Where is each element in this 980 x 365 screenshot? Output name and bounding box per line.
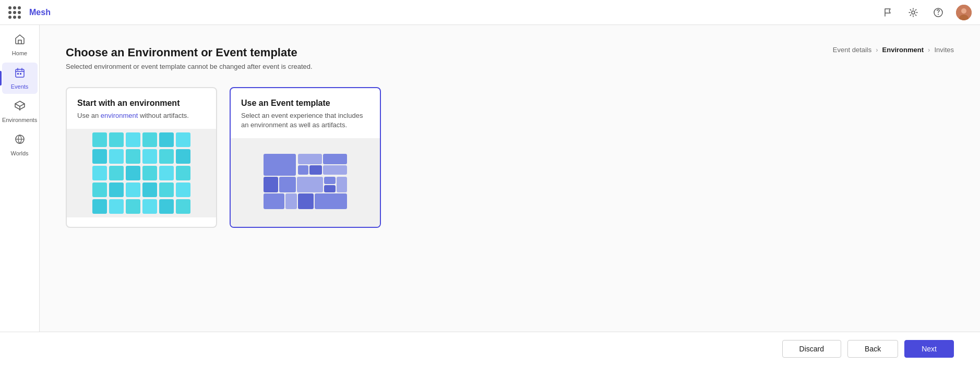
breadcrumb-environment: Environment — [882, 46, 924, 54]
app-title: Mesh — [29, 8, 51, 17]
environment-card-header: Start with an environment Use an environ… — [67, 88, 216, 129]
ev-block-9 — [297, 177, 323, 192]
event-template-card-preview — [231, 138, 380, 227]
sidebar-label-environments: Environments — [2, 117, 37, 123]
sidebar-item-events[interactable]: Events — [2, 63, 38, 94]
environment-card-preview — [67, 129, 216, 217]
worlds-icon — [14, 133, 26, 148]
topbar-actions — [881, 5, 972, 20]
main-layout: Home Events Environments — [0, 25, 980, 332]
ev-block-10 — [324, 177, 336, 184]
breadcrumb: Event details › Environment › Invites — [833, 46, 954, 54]
sidebar-label-events: Events — [11, 83, 29, 90]
ev-block-2 — [298, 154, 322, 164]
app-grid-icon[interactable] — [8, 6, 21, 19]
ev-block-6 — [323, 165, 347, 175]
event-template-card-desc: Select an event experience that includes… — [241, 111, 369, 130]
environment-card[interactable]: Start with an environment Use an environ… — [66, 87, 217, 228]
page-title: Choose an Environment or Event template — [66, 46, 954, 59]
home-icon — [14, 33, 26, 48]
ev-block-7 — [264, 177, 278, 192]
environment-card-title: Start with an environment — [77, 99, 206, 108]
event-template-visual — [264, 154, 347, 211]
ev-block-16 — [315, 193, 347, 209]
svg-rect-7 — [20, 73, 21, 75]
events-icon — [14, 67, 26, 81]
ev-block-11 — [324, 185, 336, 192]
ev-block-5 — [323, 154, 347, 164]
bottom-bar: Discard Back Next — [0, 332, 980, 365]
breadcrumb-invites: Invites — [934, 46, 954, 54]
ev-block-4 — [309, 165, 322, 175]
sidebar: Home Events Environments — [0, 25, 40, 332]
sidebar-item-environments[interactable]: Environments — [2, 96, 38, 127]
svg-point-0 — [912, 11, 915, 14]
ev-block-1 — [264, 154, 296, 176]
ev-block-14 — [285, 193, 297, 209]
svg-point-3 — [961, 8, 966, 14]
sidebar-item-worlds[interactable]: Worlds — [2, 129, 38, 161]
ev-block-13 — [264, 193, 284, 209]
ev-block-8 — [279, 177, 296, 192]
back-button[interactable]: Back — [847, 340, 898, 358]
ev-block-12 — [337, 177, 347, 192]
event-template-card-header: Use an Event template Select an event ex… — [231, 88, 380, 138]
breadcrumb-sep-2: › — [928, 46, 930, 54]
user-avatar[interactable] — [956, 5, 972, 20]
svg-rect-6 — [17, 73, 19, 75]
next-button[interactable]: Next — [904, 340, 954, 358]
sidebar-label-worlds: Worlds — [10, 150, 28, 156]
content-area: Event details › Environment › Invites Ch… — [40, 25, 980, 332]
environment-link[interactable]: environment — [101, 112, 138, 119]
environment-card-desc: Use an environment without artifacts. — [77, 111, 206, 120]
sidebar-label-home: Home — [12, 50, 27, 56]
ev-block-3 — [298, 165, 308, 175]
help-icon[interactable] — [931, 5, 946, 20]
page-subtitle: Selected environment or event template c… — [66, 63, 954, 70]
sidebar-item-home[interactable]: Home — [2, 29, 38, 60]
breadcrumb-event-details: Event details — [833, 46, 871, 54]
template-cards: Start with an environment Use an environ… — [66, 87, 954, 228]
environments-icon — [14, 100, 26, 115]
event-template-card-title: Use an Event template — [241, 99, 369, 108]
environment-grid-visual — [92, 132, 190, 214]
event-template-card[interactable]: Use an Event template Select an event ex… — [230, 87, 381, 228]
breadcrumb-sep-1: › — [876, 46, 878, 54]
settings-icon[interactable] — [906, 5, 921, 20]
topbar: Mesh — [0, 0, 980, 25]
flag-icon[interactable] — [881, 5, 895, 20]
discard-button[interactable]: Discard — [782, 340, 841, 358]
page-header: Choose an Environment or Event template … — [66, 46, 954, 70]
ev-block-15 — [298, 193, 314, 209]
